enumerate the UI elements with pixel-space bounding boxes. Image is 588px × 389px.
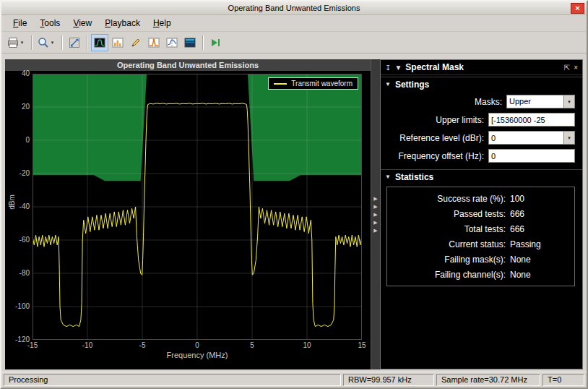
legend-label: Transmit waveform	[291, 80, 353, 87]
statistic-row: Success rate (%):100	[389, 191, 573, 206]
app-window: Operating Band Unwanted Emissions × File…	[0, 0, 588, 389]
step-forward-icon	[209, 37, 221, 48]
reference-level-combo[interactable]: ▾	[488, 131, 575, 145]
expand-panel-arrow-icon: ▶	[373, 196, 377, 201]
expand-panel-arrow-icon: ▶	[373, 228, 377, 233]
statistic-label: Current status:	[389, 239, 510, 249]
panel-undock-icon[interactable]: ⇱	[564, 64, 570, 72]
chevron-down-icon[interactable]: ▾	[19, 40, 25, 46]
statistic-label: Success rate (%):	[389, 194, 510, 204]
statistic-label: Failing mask(s):	[389, 255, 510, 265]
menu-playback[interactable]: Playback	[99, 16, 146, 30]
masks-row: Masks:Upper▾	[384, 93, 575, 111]
expand-arrows-icon	[69, 37, 80, 48]
panel-title: Spectral Mask	[405, 62, 464, 72]
toolbar-separator	[61, 35, 62, 50]
x-tick-label: -10	[77, 341, 98, 349]
legend-line-sample	[274, 83, 287, 85]
menu-bar: FileToolsViewPlaybackHelp	[1, 15, 587, 32]
upper-limits-label: Upper limits:	[384, 115, 488, 125]
x-tick-label: 0	[186, 341, 208, 349]
plot-title: Operating Band Unwanted Emissions	[5, 59, 371, 71]
rbw-display: RBW=99.957 kHz	[343, 374, 434, 386]
x-tick-label: 15	[351, 341, 371, 349]
x-tick-label: 10	[296, 341, 318, 349]
reference-level-label: Reference level (dBr):	[384, 133, 488, 143]
panel-collapse-handle[interactable]: ▶▶▶▶▶	[371, 59, 380, 369]
spectrum-view-button[interactable]	[91, 34, 108, 51]
toolbar: ▾ ▾	[1, 32, 587, 54]
histogram-icon	[112, 37, 124, 48]
chevron-down-icon[interactable]: ▾	[49, 40, 56, 46]
menu-view[interactable]: View	[67, 16, 98, 30]
window-close-button[interactable]: ×	[571, 3, 584, 14]
export-button[interactable]: ▾	[5, 34, 27, 51]
step-forward-button[interactable]	[207, 34, 224, 51]
reference-level-input[interactable]	[489, 132, 563, 144]
settings-section-header[interactable]: ▼ Settings	[381, 77, 582, 91]
panel-collapse-icon[interactable]: ▼	[394, 64, 402, 72]
chevron-down-icon[interactable]: ▾	[563, 95, 574, 108]
cursor-plot-icon	[166, 37, 178, 48]
spectrogram-icon	[184, 37, 196, 48]
expand-panel-arrow-icon: ▶	[373, 204, 377, 209]
zoom-button[interactable]: ▾	[35, 34, 58, 51]
cursor-measurements-button[interactable]	[163, 34, 181, 51]
time-display: T=0	[542, 374, 584, 386]
sample-rate-display: Sample rate=30.72 MHz	[436, 374, 540, 386]
menu-tools[interactable]: Tools	[34, 16, 66, 30]
statistics-section-title: Statistics	[395, 172, 433, 182]
y-tick-label: 40	[6, 69, 30, 77]
upper-limits-input[interactable]	[488, 113, 575, 127]
collapse-triangle-icon: ▼	[385, 174, 391, 180]
collapse-triangle-icon: ▼	[385, 81, 391, 87]
x-tick-label: -5	[131, 341, 153, 349]
expand-panel-arrow-icon: ▶	[373, 220, 377, 225]
panel-dock-icon[interactable]: ↧	[385, 64, 391, 72]
statistics-section-header[interactable]: ▼ Statistics	[381, 169, 582, 184]
spectral-mask-panel: ↧ ▼ Spectral Mask ⇱ × ▼ Settings Masks:U…	[380, 59, 583, 369]
y-tick-label: 20	[6, 103, 30, 111]
fit-to-view-button[interactable]	[66, 34, 83, 51]
spectral-mask-region	[248, 74, 362, 181]
statistic-value: 100	[510, 194, 524, 204]
plot-axes: Transmit waveform	[33, 74, 362, 340]
menu-file[interactable]: File	[7, 16, 33, 30]
magnifier-icon	[38, 37, 49, 48]
masks-value: Upper	[507, 95, 563, 108]
spectrum-plot: Operating Band Unwanted Emissions Transm…	[5, 59, 371, 369]
panel-close-icon[interactable]: ×	[574, 64, 578, 72]
masks-dropdown[interactable]: Upper▾	[506, 95, 575, 108]
statistic-row: Failing channel(s):None	[389, 267, 573, 282]
y-tick-label: -20	[6, 169, 30, 177]
statistic-value: 666	[510, 209, 524, 219]
spectrum-icon	[94, 37, 105, 48]
frequency-offset-input[interactable]	[488, 149, 575, 163]
settings-fields: Masks:Upper▾Upper limits:Reference level…	[381, 91, 582, 168]
statistic-label: Total tests:	[389, 224, 510, 234]
window-title: Operating Band Unwanted Emissions	[228, 4, 360, 12]
status-message: Processing	[4, 374, 341, 386]
peak-finder-icon	[148, 37, 160, 48]
measurements-button[interactable]	[127, 34, 144, 51]
spectral-mask-region	[33, 74, 147, 181]
chevron-down-icon[interactable]: ▾	[563, 132, 574, 144]
statistic-value: None	[510, 255, 531, 265]
peak-finder-button[interactable]	[145, 34, 163, 51]
statistic-row: Total tests:666	[389, 221, 573, 236]
y-tick-label: -100	[6, 302, 30, 310]
status-bar: Processing RBW=99.957 kHz Sample rate=30…	[1, 372, 587, 388]
toolbar-separator	[31, 35, 32, 50]
y-tick-label: -120	[6, 335, 30, 343]
main-area: Operating Band Unwanted Emissions Transm…	[4, 55, 584, 371]
menu-help[interactable]: Help	[147, 16, 177, 30]
expand-panel-arrow-icon: ▶	[373, 212, 377, 217]
y-tick-label: -80	[6, 269, 30, 277]
toolbar-separator	[202, 35, 203, 50]
spectrogram-view-button[interactable]	[181, 34, 199, 51]
statistic-row: Passed tests:666	[389, 206, 573, 221]
toolbar-separator	[87, 35, 87, 50]
masks-label: Masks:	[384, 97, 506, 107]
y-tick-label: -40	[6, 202, 30, 210]
histogram-button[interactable]	[109, 34, 126, 51]
